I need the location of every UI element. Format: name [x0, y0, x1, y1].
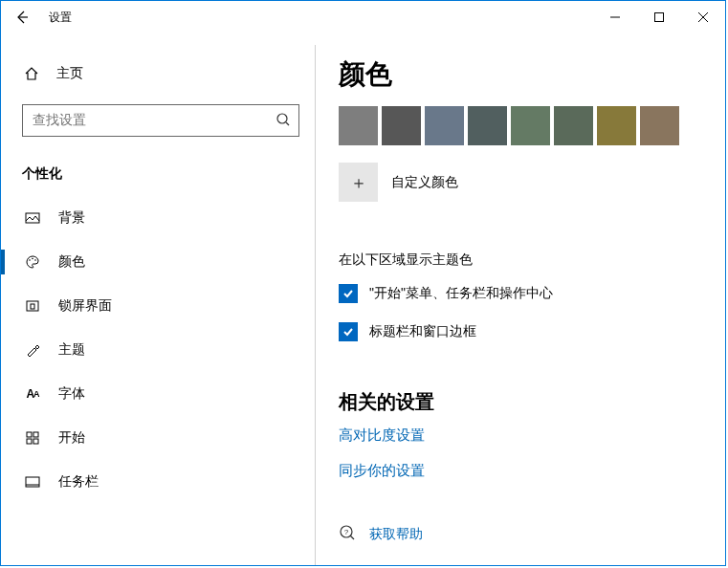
home-label: 主页	[56, 65, 83, 82]
color-swatch[interactable]	[640, 106, 679, 145]
back-button[interactable]	[1, 1, 43, 33]
svg-line-6	[286, 122, 289, 125]
search-box[interactable]	[22, 104, 299, 137]
palette-icon	[24, 254, 41, 270]
font-icon: AA	[24, 387, 41, 401]
maximize-button[interactable]	[637, 1, 681, 33]
nav-item-label: 任务栏	[58, 473, 99, 491]
nav-item-label: 主题	[58, 341, 85, 359]
svg-point-5	[277, 114, 287, 123]
checkmark-icon	[342, 325, 355, 339]
svg-rect-13	[27, 432, 32, 437]
nav-item-label: 背景	[58, 209, 85, 227]
search-input[interactable]	[23, 105, 281, 134]
svg-rect-12	[31, 304, 34, 309]
related-settings-header: 相关的设置	[339, 389, 706, 415]
theme-icon	[24, 342, 41, 358]
checkbox-checked[interactable]	[339, 322, 358, 341]
color-swatch-row	[339, 106, 706, 145]
accent-option-start[interactable]: "开始"菜单、任务栏和操作中心	[339, 284, 706, 303]
nav-item-taskbar[interactable]: 任务栏	[1, 460, 315, 504]
taskbar-icon	[24, 474, 41, 490]
nav-item-label: 字体	[58, 385, 85, 403]
help-icon: ?	[339, 524, 356, 544]
nav-item-background[interactable]: 背景	[1, 196, 315, 240]
nav-item-colors[interactable]: 颜色	[1, 240, 315, 284]
section-header: 个性化	[22, 165, 315, 183]
color-swatch[interactable]	[597, 106, 636, 145]
plus-icon: ＋	[350, 171, 367, 194]
svg-point-8	[29, 259, 31, 261]
content-scroll[interactable]: 颜色 ＋ 自定义颜色 在以下区域显示主题色	[316, 33, 723, 565]
svg-point-10	[34, 259, 36, 261]
nav-item-start[interactable]: 开始	[1, 416, 315, 460]
nav-item-label: 锁屏界面	[58, 297, 112, 315]
checkbox-checked[interactable]	[339, 284, 358, 303]
settings-window: 设置 主页	[0, 0, 726, 566]
titlebar: 设置	[1, 1, 725, 33]
svg-rect-14	[33, 432, 38, 437]
accent-option-label: 标题栏和窗口边框	[369, 323, 476, 340]
color-swatch[interactable]	[511, 106, 550, 145]
nav-item-label: 开始	[58, 429, 85, 447]
page-title: 颜色	[339, 56, 706, 93]
lockscreen-icon	[24, 298, 41, 314]
minimize-button[interactable]	[593, 1, 637, 33]
checkmark-icon	[342, 287, 355, 300]
svg-text:?: ?	[344, 528, 349, 536]
window-controls	[593, 1, 725, 33]
close-button[interactable]	[681, 1, 725, 33]
search-container	[22, 104, 299, 137]
accent-option-label: "开始"菜单、任务栏和操作中心	[369, 285, 553, 302]
content-pane: 颜色 ＋ 自定义颜色 在以下区域显示主题色	[316, 33, 725, 565]
svg-point-9	[32, 258, 33, 260]
link-sync-settings[interactable]: 同步你的设置	[339, 462, 706, 480]
custom-color-button[interactable]: ＋	[339, 163, 378, 202]
nav-item-label: 颜色	[58, 253, 85, 271]
nav-item-themes[interactable]: 主题	[1, 328, 315, 372]
accent-option-titlebar[interactable]: 标题栏和窗口边框	[339, 322, 706, 341]
custom-color-label: 自定义颜色	[391, 174, 458, 191]
search-icon	[276, 112, 291, 130]
svg-rect-16	[33, 439, 38, 444]
home-icon	[24, 66, 39, 81]
nav-item-fonts[interactable]: AA 字体	[1, 372, 315, 416]
color-swatch[interactable]	[339, 106, 378, 145]
link-high-contrast[interactable]: 高对比度设置	[339, 426, 706, 445]
home-button[interactable]: 主页	[1, 55, 315, 93]
start-icon	[24, 430, 41, 446]
color-swatch[interactable]	[425, 106, 464, 145]
svg-rect-15	[27, 439, 32, 444]
color-swatch[interactable]	[382, 106, 421, 145]
get-help-label: 获取帮助	[369, 526, 423, 543]
color-swatch[interactable]	[554, 106, 593, 145]
sidebar: 主页 个性化 背景	[1, 33, 315, 565]
get-help-row[interactable]: ? 获取帮助	[339, 524, 706, 544]
custom-color-row: ＋ 自定义颜色	[339, 163, 706, 202]
picture-icon	[24, 210, 41, 226]
show-accent-header: 在以下区域显示主题色	[339, 251, 706, 269]
svg-rect-2	[655, 13, 664, 22]
color-swatch[interactable]	[468, 106, 507, 145]
window-title: 设置	[43, 10, 72, 26]
nav-item-lockscreen[interactable]: 锁屏界面	[1, 284, 315, 328]
nav-list: 背景 颜色 锁屏界面 主题 AA	[1, 196, 315, 504]
back-arrow-icon	[14, 10, 30, 25]
